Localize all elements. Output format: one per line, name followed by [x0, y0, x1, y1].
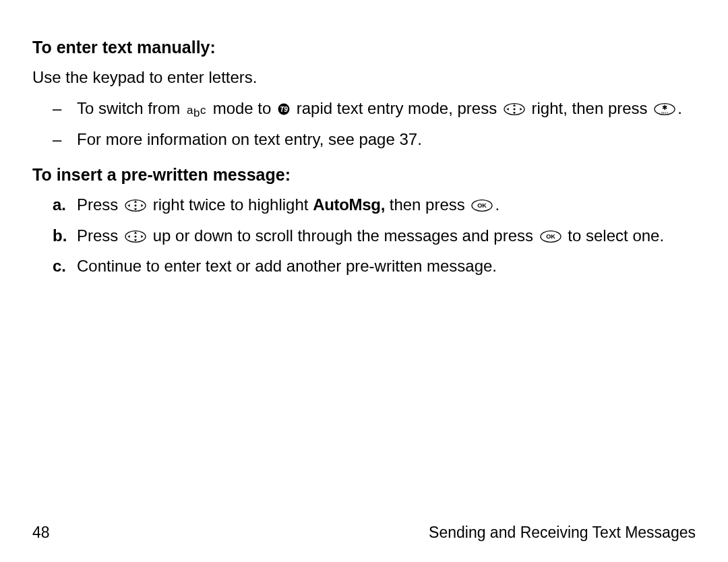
list-item: – For more information on text entry, se…	[32, 129, 696, 150]
list-item: b. Press up or down to scroll through th…	[32, 225, 696, 249]
bullet-text: For more information on text entry, see …	[77, 129, 696, 150]
list-item: c. Continue to enter text or add another…	[32, 255, 696, 277]
ok-icon	[539, 227, 562, 249]
heading-manual-entry: To enter text manually:	[32, 38, 696, 57]
manual-page: To enter text manually: Use the keypad t…	[0, 0, 728, 562]
step-label: b.	[32, 225, 77, 249]
page-footer: 48 Sending and Receiving Text Messages	[32, 524, 696, 542]
heading-prewritten: To insert a pre-written message:	[32, 165, 696, 185]
t9-icon	[277, 100, 291, 121]
dash: –	[32, 98, 77, 121]
abc-icon: abc	[187, 104, 206, 120]
list-item: – To switch from abc mode to rapid text …	[32, 98, 696, 121]
step-label: c.	[32, 255, 77, 277]
step-text: Press right twice to highlight AutoMsg, …	[77, 194, 696, 218]
dash: –	[32, 129, 77, 150]
nav-icon	[124, 196, 147, 218]
ok-icon	[471, 196, 493, 218]
nav-icon	[503, 100, 526, 121]
step-label: a.	[32, 194, 77, 218]
step-text: Press up or down to scroll through the m…	[77, 225, 696, 249]
ordered-list: a. Press right twice to highlight AutoMs…	[32, 194, 696, 277]
section-title: Sending and Receiving Text Messages	[429, 524, 696, 542]
list-item: a. Press right twice to highlight AutoMs…	[32, 194, 696, 218]
star-text-icon	[653, 100, 676, 121]
bullet-text: To switch from abc mode to rapid text en…	[77, 98, 696, 121]
step-text: Continue to enter text or add another pr…	[77, 255, 696, 277]
nav-icon	[124, 227, 147, 249]
bullet-list-1: – To switch from abc mode to rapid text …	[32, 98, 696, 150]
page-number: 48	[32, 524, 50, 542]
intro-text: Use the keypad to enter letters.	[32, 67, 696, 88]
